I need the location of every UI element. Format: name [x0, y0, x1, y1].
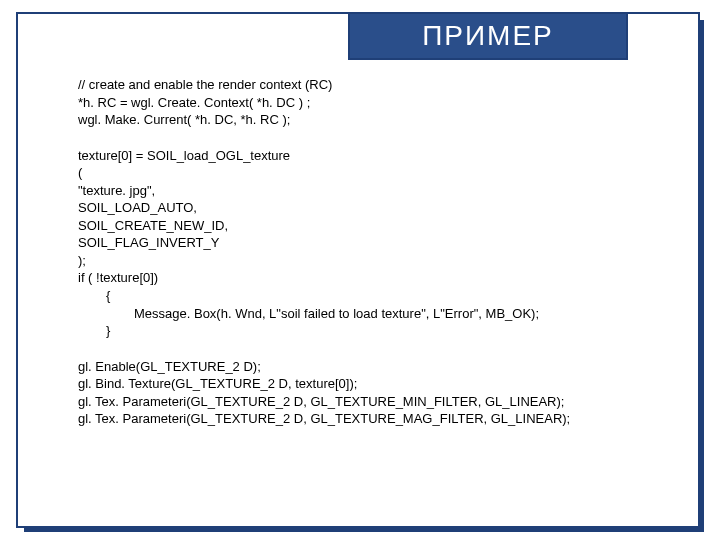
code-line: gl. Tex. Parameteri(GL_TEXTURE_2 D, GL_T… — [78, 410, 658, 428]
code-line: gl. Enable(GL_TEXTURE_2 D); — [78, 358, 658, 376]
code-block-1: // create and enable the render context … — [78, 76, 658, 129]
code-line: ); — [78, 252, 658, 270]
code-line: "texture. jpg", — [78, 182, 658, 200]
slide-content: // create and enable the render context … — [78, 76, 658, 446]
code-block-2: texture[0] = SOIL_load_OGL_texture ( "te… — [78, 147, 658, 340]
code-line: { — [78, 287, 658, 305]
slide-title: ПРИМЕР — [348, 12, 628, 60]
code-line: SOIL_FLAG_INVERT_Y — [78, 234, 658, 252]
code-line: } — [78, 322, 658, 340]
code-line: // create and enable the render context … — [78, 76, 658, 94]
code-line: SOIL_LOAD_AUTO, — [78, 199, 658, 217]
code-line: gl. Bind. Texture(GL_TEXTURE_2 D, textur… — [78, 375, 658, 393]
code-line: SOIL_CREATE_NEW_ID, — [78, 217, 658, 235]
code-block-3: gl. Enable(GL_TEXTURE_2 D); gl. Bind. Te… — [78, 358, 658, 428]
code-line: ( — [78, 164, 658, 182]
code-line: *h. RC = wgl. Create. Context( *h. DC ) … — [78, 94, 658, 112]
slide-frame: ПРИМЕР // create and enable the render c… — [16, 12, 700, 528]
code-line: wgl. Make. Current( *h. DC, *h. RC ); — [78, 111, 658, 129]
slide-title-text: ПРИМЕР — [422, 20, 554, 52]
code-line: Message. Box(h. Wnd, L"soil failed to lo… — [78, 305, 658, 323]
code-line: if ( !texture[0]) — [78, 269, 658, 287]
code-line: texture[0] = SOIL_load_OGL_texture — [78, 147, 658, 165]
code-line: gl. Tex. Parameteri(GL_TEXTURE_2 D, GL_T… — [78, 393, 658, 411]
